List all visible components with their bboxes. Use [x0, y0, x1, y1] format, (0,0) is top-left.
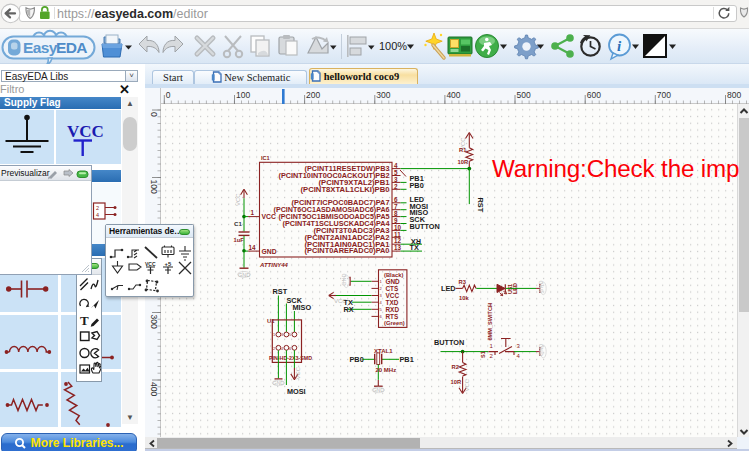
svg-text:PB0: PB0 [350, 355, 364, 364]
svg-text:6: 6 [289, 346, 292, 351]
svg-text:PIN-HD-2X3-SMD: PIN-HD-2X3-SMD [269, 355, 312, 361]
svg-text:2: 2 [394, 183, 398, 190]
svg-text:TXD: TXD [386, 299, 399, 306]
svg-text:PB1: PB1 [400, 355, 414, 364]
svg-text:5: 5 [289, 332, 292, 337]
svg-text:10R: 10R [451, 379, 462, 385]
svg-text:GND: GND [341, 273, 347, 285]
svg-text:GND: GND [262, 248, 277, 255]
svg-text:5: 5 [380, 307, 383, 312]
svg-text:2: 2 [380, 286, 383, 291]
svg-text:BUTTON: BUTTON [434, 338, 464, 347]
svg-text:(PCINT8XTAL1CLKI)PB0: (PCINT8XTAL1CLKI)PB0 [301, 186, 390, 194]
svg-text:GND: GND [386, 278, 401, 285]
svg-text:4: 4 [281, 346, 284, 351]
svg-text:GND: GND [238, 272, 250, 278]
svg-text:CTS: CTS [386, 285, 400, 292]
svg-text:MOSI: MOSI [287, 387, 306, 396]
svg-text:0: 0 [166, 90, 171, 100]
svg-text:100: 100 [236, 90, 250, 100]
svg-text:(Green): (Green) [384, 320, 405, 326]
svg-text:RST: RST [476, 198, 485, 213]
svg-text:300: 300 [149, 315, 159, 329]
svg-text:RX: RX [344, 305, 354, 314]
svg-text:6MM_SWITCH: 6MM_SWITCH [487, 303, 493, 341]
svg-text:S1: S1 [480, 351, 486, 358]
svg-text:U1: U1 [267, 318, 275, 324]
svg-text:T: T [80, 313, 89, 328]
svg-text:2: 2 [96, 205, 99, 211]
svg-text:LED: LED [441, 284, 456, 293]
svg-text:200: 200 [306, 90, 320, 100]
svg-text:2: 2 [273, 346, 276, 351]
svg-text:14: 14 [249, 244, 257, 251]
svg-text:0: 0 [149, 112, 159, 117]
svg-text:GND: GND [373, 387, 385, 393]
svg-text:VCC: VCC [295, 366, 301, 379]
svg-text:400: 400 [446, 90, 460, 100]
svg-text:VCC: VCC [145, 261, 156, 267]
svg-text:VCC: VCC [262, 213, 276, 220]
svg-text:GND: GND [538, 344, 544, 356]
svg-text:4: 4 [96, 212, 99, 218]
svg-text:20 MHz: 20 MHz [376, 367, 397, 373]
svg-text:10R: 10R [458, 159, 469, 165]
svg-text:C1: C1 [234, 220, 242, 227]
svg-text:1: 1 [380, 279, 383, 284]
svg-text:600: 600 [587, 90, 601, 100]
svg-text:1: 1 [273, 332, 276, 337]
svg-text:RXD: RXD [386, 306, 400, 313]
svg-text:RST: RST [273, 287, 288, 296]
svg-text:TX: TX [410, 243, 419, 252]
svg-text:R3: R3 [459, 279, 467, 285]
svg-text:1uF: 1uF [234, 237, 245, 243]
svg-text:2: 2 [490, 353, 494, 359]
svg-text:MISO: MISO [293, 303, 312, 312]
svg-text:R1: R1 [459, 147, 467, 153]
svg-text:VCC: VCC [67, 122, 104, 141]
svg-text:GND: GND [538, 281, 544, 293]
svg-text:4: 4 [380, 300, 383, 305]
svg-text:800: 800 [727, 90, 741, 100]
svg-text:VCC: VCC [464, 378, 470, 391]
svg-text:1: 1 [251, 209, 255, 216]
svg-text:700: 700 [657, 90, 671, 100]
svg-text:Warning:Check the imp: Warning:Check the imp [492, 155, 739, 182]
svg-text:ATTINY44: ATTINY44 [259, 262, 289, 268]
svg-text:R2: R2 [452, 364, 459, 370]
svg-text:3: 3 [281, 332, 284, 337]
svg-text:PB0: PB0 [410, 181, 424, 190]
svg-text:+5: +5 [165, 261, 172, 267]
svg-text:300: 300 [376, 90, 390, 100]
svg-text:VCC: VCC [235, 193, 241, 206]
svg-text:GND: GND [273, 380, 285, 386]
svg-text:100: 100 [149, 180, 159, 194]
svg-text:500: 500 [517, 90, 531, 100]
svg-text:13: 13 [394, 244, 402, 251]
svg-text:RTS: RTS [386, 313, 400, 320]
svg-text:IC1: IC1 [261, 155, 270, 161]
svg-text:BUTTON: BUTTON [410, 222, 440, 231]
svg-text:1: 1 [490, 343, 494, 349]
svg-text:10k: 10k [459, 295, 469, 301]
svg-text:6: 6 [380, 314, 383, 319]
svg-text:(PCINT0AREFADC0)PA0: (PCINT0AREFADC0)PA0 [305, 247, 390, 255]
svg-text:3: 3 [517, 343, 521, 349]
svg-text:400: 400 [149, 382, 159, 396]
svg-text:3: 3 [380, 293, 383, 298]
svg-text:4: 4 [517, 353, 521, 359]
